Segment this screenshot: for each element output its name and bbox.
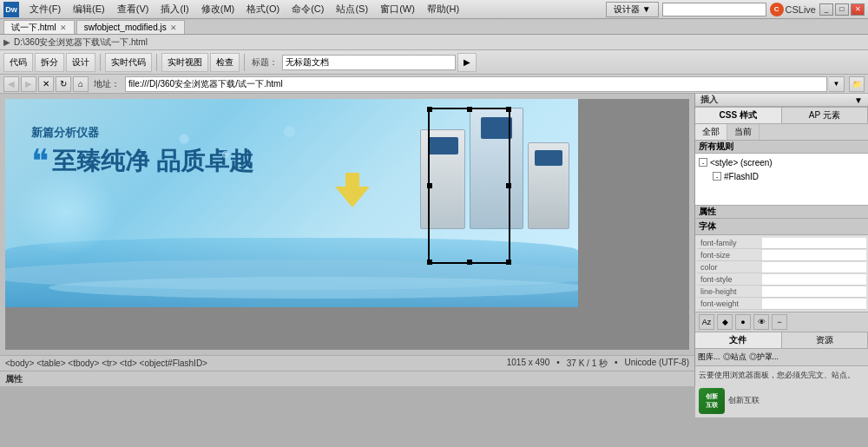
tab-file-2-close[interactable]: ✕: [170, 23, 177, 32]
prop-value-color[interactable]: [762, 262, 866, 273]
file-resource-tabs: 文件 资源: [695, 332, 868, 349]
live-view-button[interactable]: 实时视图: [161, 53, 208, 72]
subtab-current[interactable]: 当前: [727, 124, 760, 140]
tab-files[interactable]: 文件: [695, 332, 782, 348]
search-input[interactable]: [662, 3, 766, 16]
handle-br[interactable]: [506, 260, 511, 265]
handle-bl[interactable]: [427, 260, 432, 265]
address-label: 地址：: [94, 78, 120, 90]
handle-tm[interactable]: [467, 107, 472, 112]
code-button[interactable]: 代码: [3, 53, 33, 72]
address-dropdown[interactable]: ▼: [829, 76, 845, 92]
subtab-site[interactable]: ◎站点: [723, 352, 746, 363]
stop-button[interactable]: ✕: [38, 76, 54, 92]
font-section-header: 字体: [695, 219, 868, 235]
rule-label-1: <style> (screen): [710, 158, 773, 168]
forward-button[interactable]: ▶: [21, 76, 36, 92]
home-button[interactable]: ⌂: [73, 76, 89, 92]
canvas[interactable]: 新篇分析仪器 ❝ 至臻纯净 品质卓越: [5, 99, 578, 307]
menu-edit[interactable]: 编辑(E): [68, 1, 110, 17]
properties-label: 属性: [5, 373, 23, 385]
menu-command[interactable]: 命令(C): [286, 1, 329, 17]
handle-bm[interactable]: [467, 260, 472, 265]
css-ap-tabs: CSS 样式 AP 元素: [695, 108, 868, 124]
tab-ap-elements[interactable]: AP 元素: [782, 108, 869, 123]
live-code-button[interactable]: 实时代码: [105, 53, 152, 72]
properties-header-text: 属性: [699, 206, 716, 218]
address-bar[interactable]: file:///D|/360安全浏览器下载/试一下.html: [125, 76, 827, 92]
toolbar-separator-1: [100, 54, 101, 71]
menu-file[interactable]: 文件(F): [24, 1, 66, 17]
title-label: 标题：: [252, 56, 278, 69]
menu-modify[interactable]: 修改(M): [196, 1, 240, 17]
prop-value-font-style[interactable]: [762, 274, 866, 285]
tab-file-1[interactable]: 试一下.html ✕: [3, 20, 75, 34]
address-value: file:///D|/360安全浏览器下载/试一下.html: [128, 78, 283, 90]
minimize-button[interactable]: _: [819, 3, 833, 16]
rule-label-2: #FlashID: [724, 172, 759, 181]
tab-resources[interactable]: 资源: [782, 332, 869, 348]
tab-file-1-close[interactable]: ✕: [60, 23, 67, 32]
close-button[interactable]: ✕: [851, 3, 865, 16]
file-browse-button[interactable]: 📁: [849, 76, 865, 92]
prop-value-font-weight[interactable]: [762, 299, 866, 309]
minus-icon-btn[interactable]: −: [772, 314, 787, 330]
menu-help[interactable]: 帮助(H): [422, 1, 464, 17]
handle-tr[interactable]: [506, 107, 511, 112]
prop-name-font-style: font-style: [697, 275, 762, 284]
handle-mr[interactable]: [506, 183, 511, 188]
designer-button[interactable]: 设计器 ▼: [606, 2, 659, 17]
path-bar: ▶ D:\360安全浏览器下载\试一下.html: [0, 35, 868, 50]
dimensions-info: 1015 x 490: [507, 358, 550, 370]
title-input[interactable]: [282, 55, 456, 70]
menu-format[interactable]: 格式(O): [241, 1, 285, 17]
prop-name-font-family: font-family: [697, 239, 762, 247]
description-text: 云要使用浏览器面板，您必须先完文、站点。: [699, 371, 855, 379]
inspect-button[interactable]: 检查: [210, 53, 240, 72]
subtab-gallery[interactable]: 图库...: [698, 352, 720, 363]
tab-file-2[interactable]: swfobject_modified.js ✕: [76, 20, 185, 34]
main-menu: 文件(F) 编辑(E) 查看(V) 插入(I) 修改(M) 格式(O) 命令(C…: [24, 1, 606, 17]
main-area: 新篇分析仪器 ❝ 至臻纯净 品质卓越: [0, 94, 868, 386]
menu-insert[interactable]: 插入(I): [155, 1, 194, 17]
subtab-shield[interactable]: ◎护罩...: [749, 352, 779, 363]
prop-font-size: font-size: [697, 249, 866, 261]
eye-icon-btn[interactable]: 👁: [753, 314, 769, 330]
menu-site[interactable]: 站点(S): [331, 1, 373, 17]
css-bottom-toolbar: Az ◆ ● 👁 −: [695, 312, 868, 332]
rule-item-style[interactable]: - <style> (screen): [699, 155, 865, 169]
description-area: 云要使用浏览器面板，您必须先完文、站点。: [695, 366, 868, 385]
rules-header-text: 所有规则: [699, 141, 733, 153]
refresh-button[interactable]: ↻: [56, 76, 71, 92]
preview-button[interactable]: ▶: [457, 53, 477, 72]
subtab-all[interactable]: 全部: [695, 124, 727, 140]
canvas-container: 新篇分析仪器 ❝ 至臻纯净 品质卓越: [5, 99, 689, 350]
circle-icon-btn[interactable]: ●: [735, 314, 751, 330]
toolbar: 代码 拆分 设计 实时代码 实时视图 检查 标题： ▶: [0, 50, 868, 75]
insert-expand[interactable]: ▼: [854, 95, 863, 105]
az-icon-btn[interactable]: Az: [699, 314, 714, 330]
chevron-down-icon: ▼: [642, 4, 651, 14]
prop-value-font-size[interactable]: [762, 250, 866, 260]
diamond-icon-btn[interactable]: ◆: [717, 314, 733, 330]
menu-view[interactable]: 查看(V): [112, 1, 155, 17]
brand-name: 创新互联: [728, 395, 760, 406]
back-button[interactable]: ◀: [3, 76, 19, 92]
prop-value-font-family[interactable]: [762, 238, 866, 248]
rules-section-header: 所有规则: [695, 141, 868, 154]
rule-item-flashid[interactable]: - #FlashID: [699, 169, 865, 183]
rule-toggle-2[interactable]: -: [713, 172, 721, 181]
handle-tl[interactable]: [427, 107, 432, 112]
handle-ml[interactable]: [427, 183, 432, 188]
design-button[interactable]: 设计: [66, 53, 95, 72]
maximize-button[interactable]: □: [835, 3, 849, 16]
rule-toggle-1[interactable]: -: [699, 158, 707, 167]
bubble-1: [179, 134, 189, 144]
menu-window[interactable]: 窗口(W): [375, 1, 420, 17]
prop-value-line-height[interactable]: [762, 286, 866, 297]
split-button[interactable]: 拆分: [35, 53, 64, 72]
tab-css-styles[interactable]: CSS 样式: [695, 108, 782, 123]
file-tabs: 试一下.html ✕ swfobject_modified.js ✕: [0, 19, 868, 35]
prop-name-font-size: font-size: [697, 251, 762, 260]
menu-bar: Dw 文件(F) 编辑(E) 查看(V) 插入(I) 修改(M) 格式(O) 命…: [0, 0, 868, 19]
